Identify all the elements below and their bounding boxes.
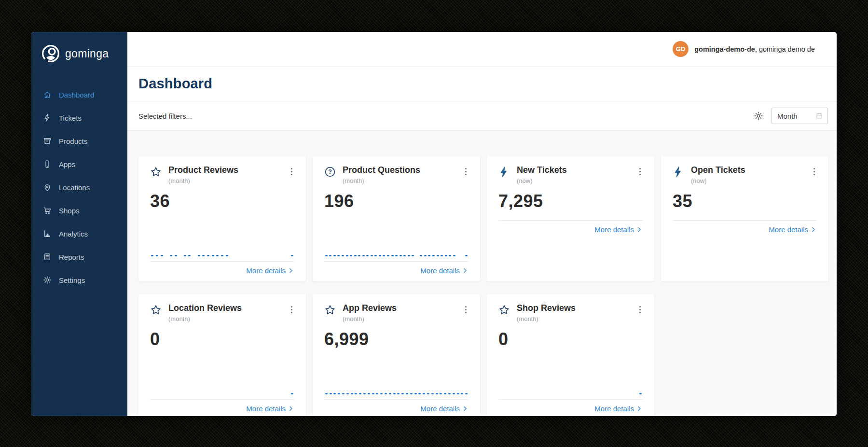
card-title: Open Tickets	[691, 165, 805, 176]
chevron-right-icon	[287, 405, 294, 412]
more-details-link[interactable]: More details	[324, 262, 468, 276]
card-period: (month)	[168, 315, 282, 322]
metric-card-new-tickets: New Tickets (now) 7,295 More details	[487, 156, 654, 281]
period-select-value: Month	[777, 112, 798, 120]
sidebar-item-reports[interactable]: Reports	[31, 245, 127, 268]
kebab-menu-icon[interactable]	[637, 165, 643, 178]
sidebar-item-settings[interactable]: Settings	[31, 268, 127, 292]
card-title: Location Reviews	[168, 303, 282, 314]
user-menu[interactable]: GD gominga-demo-de, gominga demo de	[673, 41, 815, 57]
gear-icon	[43, 276, 52, 284]
card-value: 36	[150, 191, 294, 211]
star-icon	[150, 166, 162, 178]
sidebar-item-label: Dashboard	[59, 91, 94, 99]
card-period: (month)	[517, 315, 631, 322]
card-title: App Reviews	[343, 303, 456, 314]
more-details-link[interactable]: More details	[150, 400, 294, 414]
cards-grid: Product Reviews (month) 36 More details …	[138, 156, 828, 416]
sparkline-chart	[150, 228, 294, 256]
star-icon	[150, 304, 162, 316]
sidebar-item-label: Apps	[59, 160, 75, 168]
sidebar-item-tickets[interactable]: Tickets	[31, 106, 127, 129]
sidebar-item-locations[interactable]: Locations	[31, 176, 127, 199]
kebab-menu-icon[interactable]	[463, 165, 468, 178]
logo-wordmark: gominga	[65, 47, 109, 60]
kebab-menu-icon[interactable]	[463, 303, 468, 316]
sidebar-item-label: Analytics	[59, 230, 88, 238]
gear-icon	[754, 111, 763, 121]
card-period: (now)	[517, 177, 631, 184]
sidebar-item-label: Settings	[59, 276, 85, 284]
main-area: GD gominga-demo-de, gominga demo de Dash…	[127, 32, 837, 416]
chevron-right-icon	[461, 405, 468, 412]
sidebar-item-analytics[interactable]: Analytics	[31, 222, 127, 245]
question-icon	[324, 166, 336, 178]
selected-filters-label: Selected filters...	[138, 112, 192, 120]
sidebar-item-products[interactable]: Products	[31, 129, 127, 153]
calendar-icon	[815, 112, 823, 120]
more-details-link[interactable]: More details	[673, 221, 817, 235]
title-bar: Dashboard	[127, 67, 837, 101]
dashboard-settings-button[interactable]	[754, 111, 763, 121]
chevron-right-icon	[635, 405, 643, 412]
sidebar: gominga Dashboard Tickets Products Apps …	[31, 32, 127, 416]
logo: gominga	[31, 32, 127, 64]
sidebar-item-dashboard[interactable]: Dashboard	[31, 83, 127, 106]
card-period: (month)	[343, 177, 456, 184]
card-value: 6,999	[324, 329, 468, 349]
sparkline-chart	[324, 228, 468, 256]
card-value: 0	[498, 329, 643, 349]
screenshot-canvas: gominga Dashboard Tickets Products Apps …	[0, 0, 868, 447]
sparkline-chart	[324, 366, 468, 394]
sidebar-item-label: Products	[59, 137, 87, 145]
app-window: gominga Dashboard Tickets Products Apps …	[31, 32, 837, 416]
period-select[interactable]: Month	[772, 108, 828, 124]
card-value: 0	[150, 329, 294, 349]
sidebar-item-shops[interactable]: Shops	[31, 199, 127, 222]
card-period: (now)	[691, 177, 805, 184]
metric-card-location-reviews: Location Reviews (month) 0 More details	[138, 294, 306, 416]
kebab-menu-icon[interactable]	[637, 303, 643, 316]
metric-card-open-tickets: Open Tickets (now) 35 More details	[661, 156, 828, 281]
more-details-link[interactable]: More details	[150, 262, 294, 276]
more-details-link[interactable]: More details	[498, 221, 643, 235]
card-value: 196	[324, 191, 468, 211]
kebab-menu-icon[interactable]	[289, 303, 294, 316]
box-icon	[43, 137, 52, 145]
metric-card-app-reviews: App Reviews (month) 6,999 More details	[313, 294, 480, 416]
metric-card-shop-reviews: Shop Reviews (month) 0 More details	[487, 294, 654, 416]
card-value: 7,295	[498, 191, 643, 211]
sidebar-nav: Dashboard Tickets Products Apps Location…	[31, 83, 127, 292]
sidebar-item-apps[interactable]: Apps	[31, 153, 127, 176]
chevron-right-icon	[810, 226, 817, 233]
sparkline-chart	[150, 366, 294, 394]
top-header: GD gominga-demo-de, gominga demo de	[127, 32, 837, 67]
pin-icon	[43, 183, 52, 192]
chart-icon	[43, 229, 52, 238]
sidebar-item-label: Tickets	[59, 114, 82, 122]
page-title: Dashboard	[138, 76, 212, 92]
bolt-icon	[43, 113, 52, 122]
card-period: (month)	[343, 315, 456, 322]
star-icon	[324, 304, 336, 316]
dashboard-content: Product Reviews (month) 36 More details …	[127, 131, 837, 416]
kebab-menu-icon[interactable]	[812, 165, 817, 178]
phone-icon	[43, 160, 52, 168]
sidebar-item-label: Locations	[59, 183, 90, 192]
chevron-right-icon	[635, 226, 643, 233]
sidebar-item-label: Shops	[59, 207, 80, 215]
sidebar-item-label: Reports	[59, 253, 84, 261]
cart-icon	[43, 206, 52, 215]
report-icon	[43, 252, 52, 261]
more-details-link[interactable]: More details	[324, 400, 468, 414]
chevron-right-icon	[287, 267, 294, 274]
bolt-filled-icon	[673, 166, 684, 178]
more-details-link[interactable]: More details	[498, 400, 643, 414]
filter-actions: Month	[754, 108, 828, 124]
star-icon	[498, 304, 510, 316]
card-period: (month)	[168, 177, 282, 184]
user-name: gominga-demo-de, gominga demo de	[694, 45, 815, 53]
card-title: Product Reviews	[168, 165, 282, 176]
metric-card-product-reviews: Product Reviews (month) 36 More details	[138, 156, 306, 281]
kebab-menu-icon[interactable]	[289, 165, 294, 178]
